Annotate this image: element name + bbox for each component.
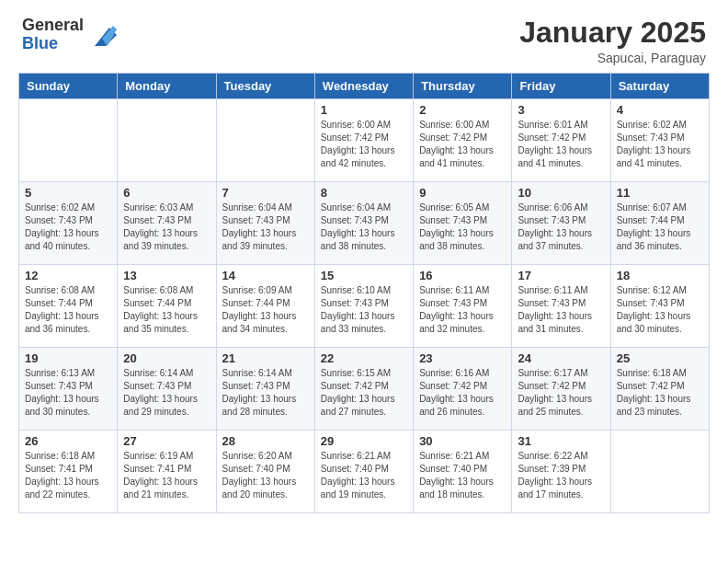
calendar-cell: 18Sunrise: 6:12 AMSunset: 7:43 PMDayligh… bbox=[610, 265, 709, 348]
day-info: Sunrise: 6:14 AMSunset: 7:43 PMDaylight:… bbox=[222, 367, 309, 419]
day-info: Sunrise: 6:04 AMSunset: 7:43 PMDaylight:… bbox=[222, 201, 309, 253]
calendar-cell: 11Sunrise: 6:07 AMSunset: 7:44 PMDayligh… bbox=[610, 182, 709, 265]
day-info: Sunrise: 6:20 AMSunset: 7:40 PMDaylight:… bbox=[222, 450, 309, 501]
day-number: 2 bbox=[419, 103, 506, 117]
calendar-cell: 8Sunrise: 6:04 AMSunset: 7:43 PMDaylight… bbox=[314, 182, 413, 265]
col-friday: Friday bbox=[512, 74, 610, 99]
day-info: Sunrise: 6:09 AMSunset: 7:44 PMDaylight:… bbox=[222, 284, 309, 336]
day-number: 4 bbox=[617, 103, 703, 117]
day-info: Sunrise: 6:03 AMSunset: 7:43 PMDaylight:… bbox=[123, 201, 210, 253]
calendar-cell: 27Sunrise: 6:19 AMSunset: 7:41 PMDayligh… bbox=[118, 431, 216, 513]
calendar-cell bbox=[19, 99, 118, 182]
day-number: 23 bbox=[419, 351, 506, 365]
day-info: Sunrise: 6:16 AMSunset: 7:42 PMDaylight:… bbox=[419, 367, 506, 419]
calendar-cell: 26Sunrise: 6:18 AMSunset: 7:41 PMDayligh… bbox=[19, 431, 118, 513]
calendar-week-row: 26Sunrise: 6:18 AMSunset: 7:41 PMDayligh… bbox=[19, 431, 710, 513]
day-number: 13 bbox=[123, 269, 210, 282]
calendar-cell: 20Sunrise: 6:14 AMSunset: 7:43 PMDayligh… bbox=[118, 348, 216, 431]
day-number: 28 bbox=[222, 434, 309, 448]
calendar-cell: 28Sunrise: 6:20 AMSunset: 7:40 PMDayligh… bbox=[216, 431, 314, 513]
day-info: Sunrise: 6:04 AMSunset: 7:43 PMDaylight:… bbox=[321, 201, 407, 253]
day-number: 20 bbox=[123, 351, 210, 365]
calendar-cell: 22Sunrise: 6:15 AMSunset: 7:42 PMDayligh… bbox=[314, 348, 413, 431]
header-row: Sunday Monday Tuesday Wednesday Thursday… bbox=[19, 74, 710, 99]
day-info: Sunrise: 6:10 AMSunset: 7:43 PMDaylight:… bbox=[321, 284, 407, 336]
day-info: Sunrise: 6:11 AMSunset: 7:43 PMDaylight:… bbox=[419, 284, 506, 336]
location: Sapucai, Paraguay bbox=[519, 51, 706, 65]
day-info: Sunrise: 6:06 AMSunset: 7:43 PMDaylight:… bbox=[518, 201, 604, 253]
calendar-cell: 31Sunrise: 6:22 AMSunset: 7:39 PMDayligh… bbox=[512, 431, 610, 513]
calendar-cell: 12Sunrise: 6:08 AMSunset: 7:44 PMDayligh… bbox=[19, 265, 118, 348]
calendar-cell bbox=[610, 431, 709, 513]
calendar-wrap: Sunday Monday Tuesday Wednesday Thursday… bbox=[0, 73, 728, 523]
calendar-cell: 19Sunrise: 6:13 AMSunset: 7:43 PMDayligh… bbox=[19, 348, 118, 431]
col-thursday: Thursday bbox=[414, 74, 512, 99]
calendar-cell: 1Sunrise: 6:00 AMSunset: 7:42 PMDaylight… bbox=[314, 99, 413, 182]
day-info: Sunrise: 6:21 AMSunset: 7:40 PMDaylight:… bbox=[321, 450, 407, 501]
day-number: 8 bbox=[321, 186, 407, 200]
logo: General Blue bbox=[22, 17, 117, 53]
title-block: January 2025 Sapucai, Paraguay bbox=[519, 17, 706, 65]
calendar-cell: 6Sunrise: 6:03 AMSunset: 7:43 PMDaylight… bbox=[118, 182, 216, 265]
col-wednesday: Wednesday bbox=[314, 74, 413, 99]
day-number: 10 bbox=[518, 186, 604, 200]
calendar-cell: 10Sunrise: 6:06 AMSunset: 7:43 PMDayligh… bbox=[512, 182, 610, 265]
calendar-cell: 2Sunrise: 6:00 AMSunset: 7:42 PMDaylight… bbox=[414, 99, 512, 182]
day-number: 26 bbox=[25, 434, 111, 448]
col-saturday: Saturday bbox=[610, 74, 709, 99]
day-number: 27 bbox=[123, 434, 210, 448]
col-sunday: Sunday bbox=[19, 74, 118, 99]
day-info: Sunrise: 6:07 AMSunset: 7:44 PMDaylight:… bbox=[617, 201, 703, 253]
calendar-cell: 21Sunrise: 6:14 AMSunset: 7:43 PMDayligh… bbox=[216, 348, 314, 431]
day-info: Sunrise: 6:22 AMSunset: 7:39 PMDaylight:… bbox=[518, 450, 604, 501]
logo-text: General Blue bbox=[22, 17, 84, 53]
day-number: 9 bbox=[419, 186, 506, 200]
day-info: Sunrise: 6:13 AMSunset: 7:43 PMDaylight:… bbox=[25, 367, 111, 419]
day-info: Sunrise: 6:02 AMSunset: 7:43 PMDaylight:… bbox=[25, 201, 111, 253]
day-info: Sunrise: 6:18 AMSunset: 7:42 PMDaylight:… bbox=[617, 367, 703, 419]
calendar-week-row: 12Sunrise: 6:08 AMSunset: 7:44 PMDayligh… bbox=[19, 265, 710, 348]
calendar-cell: 9Sunrise: 6:05 AMSunset: 7:43 PMDaylight… bbox=[414, 182, 512, 265]
day-number: 25 bbox=[617, 351, 703, 365]
day-info: Sunrise: 6:00 AMSunset: 7:42 PMDaylight:… bbox=[419, 119, 506, 170]
day-number: 17 bbox=[518, 269, 604, 282]
calendar-body: 1Sunrise: 6:00 AMSunset: 7:42 PMDaylight… bbox=[19, 99, 710, 513]
calendar-cell: 17Sunrise: 6:11 AMSunset: 7:43 PMDayligh… bbox=[512, 265, 610, 348]
calendar-cell: 23Sunrise: 6:16 AMSunset: 7:42 PMDayligh… bbox=[414, 348, 512, 431]
day-info: Sunrise: 6:01 AMSunset: 7:42 PMDaylight:… bbox=[518, 119, 604, 170]
calendar-cell: 30Sunrise: 6:21 AMSunset: 7:40 PMDayligh… bbox=[414, 431, 512, 513]
day-number: 30 bbox=[419, 434, 506, 448]
day-number: 16 bbox=[419, 269, 506, 282]
calendar-cell: 15Sunrise: 6:10 AMSunset: 7:43 PMDayligh… bbox=[314, 265, 413, 348]
calendar-header: Sunday Monday Tuesday Wednesday Thursday… bbox=[19, 74, 710, 99]
day-number: 15 bbox=[321, 269, 407, 282]
calendar-table: Sunday Monday Tuesday Wednesday Thursday… bbox=[18, 73, 710, 513]
day-info: Sunrise: 6:11 AMSunset: 7:43 PMDaylight:… bbox=[518, 284, 604, 336]
calendar-week-row: 5Sunrise: 6:02 AMSunset: 7:43 PMDaylight… bbox=[19, 182, 710, 265]
calendar-cell: 7Sunrise: 6:04 AMSunset: 7:43 PMDaylight… bbox=[216, 182, 314, 265]
day-info: Sunrise: 6:02 AMSunset: 7:43 PMDaylight:… bbox=[617, 119, 703, 170]
col-monday: Monday bbox=[118, 74, 216, 99]
calendar-cell: 3Sunrise: 6:01 AMSunset: 7:42 PMDaylight… bbox=[512, 99, 610, 182]
page-header: General Blue January 2025 Sapucai, Parag… bbox=[0, 0, 728, 73]
calendar-cell: 4Sunrise: 6:02 AMSunset: 7:43 PMDaylight… bbox=[610, 99, 709, 182]
day-info: Sunrise: 6:08 AMSunset: 7:44 PMDaylight:… bbox=[123, 284, 210, 336]
day-number: 14 bbox=[222, 269, 309, 282]
calendar-cell: 13Sunrise: 6:08 AMSunset: 7:44 PMDayligh… bbox=[118, 265, 216, 348]
calendar-week-row: 1Sunrise: 6:00 AMSunset: 7:42 PMDaylight… bbox=[19, 99, 710, 182]
day-info: Sunrise: 6:08 AMSunset: 7:44 PMDaylight:… bbox=[25, 284, 111, 336]
day-number: 24 bbox=[518, 351, 604, 365]
calendar-cell: 24Sunrise: 6:17 AMSunset: 7:42 PMDayligh… bbox=[512, 348, 610, 431]
day-number: 5 bbox=[25, 186, 111, 200]
day-info: Sunrise: 6:00 AMSunset: 7:42 PMDaylight:… bbox=[321, 119, 407, 170]
logo-blue: Blue bbox=[22, 35, 84, 53]
calendar-cell: 29Sunrise: 6:21 AMSunset: 7:40 PMDayligh… bbox=[314, 431, 413, 513]
calendar-cell: 25Sunrise: 6:18 AMSunset: 7:42 PMDayligh… bbox=[610, 348, 709, 431]
calendar-cell bbox=[216, 99, 314, 182]
calendar-cell: 5Sunrise: 6:02 AMSunset: 7:43 PMDaylight… bbox=[19, 182, 118, 265]
calendar-cell: 14Sunrise: 6:09 AMSunset: 7:44 PMDayligh… bbox=[216, 265, 314, 348]
day-info: Sunrise: 6:18 AMSunset: 7:41 PMDaylight:… bbox=[25, 450, 111, 501]
day-number: 19 bbox=[25, 351, 111, 365]
calendar-cell: 16Sunrise: 6:11 AMSunset: 7:43 PMDayligh… bbox=[414, 265, 512, 348]
day-number: 11 bbox=[617, 186, 703, 200]
